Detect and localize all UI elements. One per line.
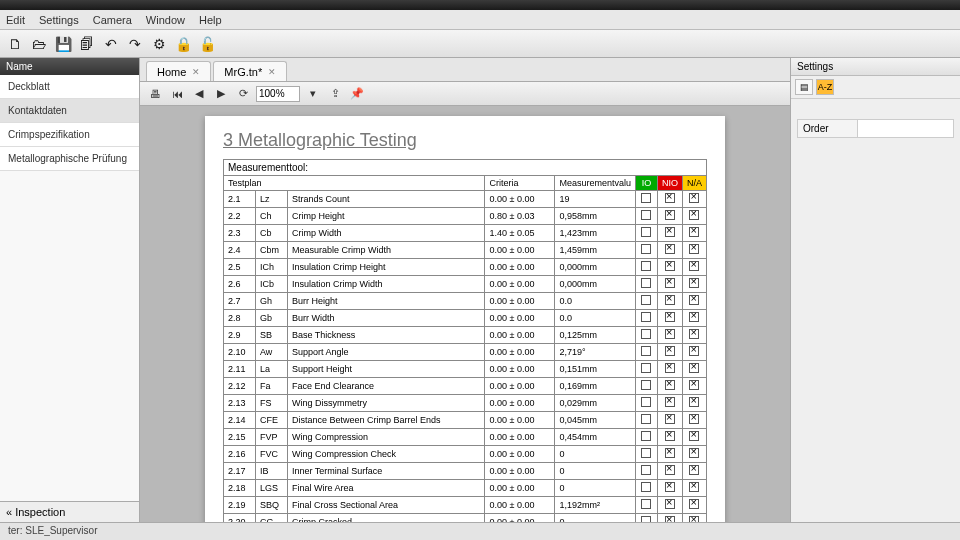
checkbox-nio[interactable] — [665, 312, 675, 322]
checkbox-io[interactable] — [641, 346, 651, 356]
unlock-icon[interactable]: 🔓 — [196, 33, 218, 55]
right-panel: Settings ▤ A-Z Order — [790, 58, 960, 522]
checkbox-nio[interactable] — [665, 448, 675, 458]
checkbox-io[interactable] — [641, 261, 651, 271]
checkbox-na[interactable] — [689, 278, 699, 288]
table-row: 2.14CFEDistance Between Crimp Barrel End… — [224, 412, 707, 429]
checkbox-na[interactable] — [689, 210, 699, 220]
checkbox-na[interactable] — [689, 363, 699, 373]
checkbox-na[interactable] — [689, 431, 699, 441]
checkbox-nio[interactable] — [665, 380, 675, 390]
checkbox-io[interactable] — [641, 431, 651, 441]
lock-icon[interactable]: 🔒 — [172, 33, 194, 55]
pin-icon[interactable]: 📌 — [348, 85, 366, 103]
checkbox-na[interactable] — [689, 261, 699, 271]
menu-window[interactable]: Window — [146, 14, 185, 26]
checkbox-na[interactable] — [689, 414, 699, 424]
nav-item-crimpspez[interactable]: Crimpspezifikation — [0, 123, 139, 147]
checkbox-na[interactable] — [689, 227, 699, 237]
checkbox-nio[interactable] — [665, 261, 675, 271]
checkbox-io[interactable] — [641, 465, 651, 475]
table-row: 2.2ChCrimp Height0.80 ± 0.030,958mm — [224, 208, 707, 225]
left-bottom-inspection[interactable]: « Inspection — [0, 501, 139, 522]
close-icon[interactable]: ✕ — [192, 67, 200, 77]
checkbox-na[interactable] — [689, 329, 699, 339]
checkbox-io[interactable] — [641, 295, 651, 305]
checkbox-nio[interactable] — [665, 346, 675, 356]
nav-item-kontaktdaten[interactable]: Kontaktdaten — [0, 99, 139, 123]
gear-icon[interactable]: ⚙ — [148, 33, 170, 55]
menu-edit[interactable]: Edit — [6, 14, 25, 26]
checkbox-nio[interactable] — [665, 414, 675, 424]
checkbox-io[interactable] — [641, 329, 651, 339]
menu-camera[interactable]: Camera — [93, 14, 132, 26]
close-icon[interactable]: ✕ — [268, 67, 276, 77]
menu-help[interactable]: Help — [199, 14, 222, 26]
checkbox-nio[interactable] — [665, 244, 675, 254]
checkbox-na[interactable] — [689, 244, 699, 254]
checkbox-na[interactable] — [689, 448, 699, 458]
zoom-input[interactable] — [256, 86, 300, 102]
checkbox-nio[interactable] — [665, 329, 675, 339]
nav-item-deckblatt[interactable]: Deckblatt — [0, 75, 139, 99]
saveall-icon[interactable]: 🗐 — [76, 33, 98, 55]
save-icon[interactable]: 💾 — [52, 33, 74, 55]
prev-page-icon[interactable]: ◀ — [190, 85, 208, 103]
checkbox-io[interactable] — [641, 499, 651, 509]
table-row: 2.20CGCrimp Cracked0.00 ± 0.000 — [224, 514, 707, 523]
tab-doc[interactable]: MrG.tn*✕ — [213, 61, 287, 81]
table-row: 2.8GbBurr Width0.00 ± 0.000.0 — [224, 310, 707, 327]
checkbox-nio[interactable] — [665, 278, 675, 288]
refresh-icon[interactable]: ⟳ — [234, 85, 252, 103]
doc-viewport[interactable]: 3 Metallographic Testing Measurementtool… — [140, 106, 790, 522]
redo-icon[interactable]: ↷ — [124, 33, 146, 55]
checkbox-io[interactable] — [641, 363, 651, 373]
checkbox-nio[interactable] — [665, 482, 675, 492]
export-icon[interactable]: ⇪ — [326, 85, 344, 103]
checkbox-nio[interactable] — [665, 210, 675, 220]
new-icon[interactable]: 🗋 — [4, 33, 26, 55]
checkbox-na[interactable] — [689, 193, 699, 203]
prop-order-value[interactable] — [858, 120, 953, 137]
checkbox-na[interactable] — [689, 312, 699, 322]
checkbox-na[interactable] — [689, 380, 699, 390]
checkbox-nio[interactable] — [665, 363, 675, 373]
checkbox-na[interactable] — [689, 465, 699, 475]
zoom-dropdown-icon[interactable]: ▾ — [304, 85, 322, 103]
checkbox-nio[interactable] — [665, 431, 675, 441]
checkbox-io[interactable] — [641, 482, 651, 492]
sort-cat-icon[interactable]: ▤ — [795, 79, 813, 95]
open-icon[interactable]: 🗁 — [28, 33, 50, 55]
checkbox-na[interactable] — [689, 346, 699, 356]
tab-home[interactable]: Home✕ — [146, 61, 211, 81]
nav-item-metallo[interactable]: Metallographische Prüfung — [0, 147, 139, 171]
checkbox-io[interactable] — [641, 414, 651, 424]
checkbox-io[interactable] — [641, 193, 651, 203]
checkbox-nio[interactable] — [665, 465, 675, 475]
checkbox-io[interactable] — [641, 397, 651, 407]
menu-settings[interactable]: Settings — [39, 14, 79, 26]
print-icon[interactable]: 🖶 — [146, 85, 164, 103]
checkbox-nio[interactable] — [665, 499, 675, 509]
checkbox-nio[interactable] — [665, 397, 675, 407]
checkbox-io[interactable] — [641, 448, 651, 458]
table-row: 2.17IBInner Terminal Surface0.00 ± 0.000 — [224, 463, 707, 480]
checkbox-io[interactable] — [641, 312, 651, 322]
checkbox-na[interactable] — [689, 482, 699, 492]
checkbox-na[interactable] — [689, 295, 699, 305]
checkbox-io[interactable] — [641, 210, 651, 220]
next-page-icon[interactable]: ▶ — [212, 85, 230, 103]
checkbox-nio[interactable] — [665, 227, 675, 237]
sort-az-icon[interactable]: A-Z — [816, 79, 834, 95]
checkbox-na[interactable] — [689, 397, 699, 407]
undo-icon[interactable]: ↶ — [100, 33, 122, 55]
checkbox-na[interactable] — [689, 499, 699, 509]
first-page-icon[interactable]: ⏮ — [168, 85, 186, 103]
checkbox-nio[interactable] — [665, 193, 675, 203]
table-row: 2.16FVCWing Compression Check0.00 ± 0.00… — [224, 446, 707, 463]
checkbox-io[interactable] — [641, 278, 651, 288]
checkbox-io[interactable] — [641, 227, 651, 237]
checkbox-nio[interactable] — [665, 295, 675, 305]
checkbox-io[interactable] — [641, 380, 651, 390]
checkbox-io[interactable] — [641, 244, 651, 254]
